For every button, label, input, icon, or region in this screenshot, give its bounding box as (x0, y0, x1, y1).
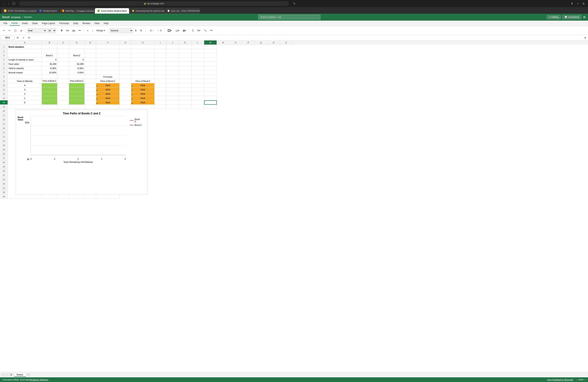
cell-b14[interactable] (42, 100, 57, 105)
cell-c3[interactable] (57, 53, 69, 58)
col-header-s[interactable]: S (280, 41, 293, 45)
cell-b15[interactable] (42, 105, 57, 109)
cell-d3[interactable]: Bond Z (69, 53, 84, 58)
cell-m8[interactable] (204, 75, 217, 79)
ribbon-tab-view[interactable]: View (93, 21, 102, 25)
cell-g2[interactable] (120, 49, 131, 53)
col-header-b[interactable]: B (42, 41, 57, 45)
cell-e5[interactable] (84, 62, 96, 66)
col-header-n[interactable]: N (217, 41, 230, 45)
font-color-button[interactable]: A▾ (71, 28, 76, 33)
cell-h3[interactable] (131, 53, 155, 58)
cell-j2[interactable] (166, 49, 179, 53)
cell-g5[interactable] (120, 62, 131, 66)
col-header-k[interactable]: K (179, 41, 191, 45)
cell-f9[interactable]: Price of Bond C (96, 79, 120, 83)
cell-h12[interactable]: #N/A ▶ (131, 92, 155, 96)
cell-d13[interactable] (69, 96, 84, 100)
cell-c5[interactable] (57, 62, 69, 66)
cell-a11[interactable]: 3 (8, 87, 42, 92)
new-tab-button[interactable]: + (576, 1, 580, 6)
cell-e12[interactable] (84, 92, 96, 96)
cell-b13[interactable] (42, 96, 57, 100)
cell-a13[interactable]: 1 (8, 96, 42, 100)
cell-c14[interactable] (57, 100, 69, 105)
cell-h8[interactable] (131, 75, 155, 79)
find-button[interactable]: 🔍 (202, 28, 208, 33)
increase-decimal-button[interactable]: .0→ (148, 28, 155, 33)
cell-c13[interactable] (57, 96, 69, 100)
search-input[interactable] (258, 15, 320, 20)
comments-button[interactable]: 💬 Comments (562, 15, 581, 19)
col-header-o[interactable]: O (230, 41, 242, 45)
align-button[interactable]: ≡ (85, 28, 90, 33)
col-header-l[interactable]: L (191, 41, 204, 45)
cell-g9[interactable] (120, 79, 131, 83)
cell-a36[interactable] (8, 194, 42, 199)
more2-button[interactable]: ••• (209, 28, 214, 33)
cell-l7[interactable] (191, 70, 204, 75)
col-header-g[interactable]: G (120, 41, 131, 45)
col-header-a[interactable]: A (8, 41, 42, 45)
cell-i9[interactable] (155, 79, 166, 83)
cell-c15[interactable] (57, 105, 69, 109)
cell-i7[interactable] (155, 70, 166, 75)
cell-l12[interactable] (191, 92, 204, 96)
add-sheet-button[interactable]: + (27, 373, 30, 376)
cell-i11[interactable] (155, 87, 166, 92)
cell-d36[interactable] (69, 194, 84, 199)
address-bar[interactable]: 🔒 ng.cengage.com (19, 1, 289, 6)
cell-i14[interactable] (155, 100, 166, 105)
cell-e15[interactable] (84, 105, 96, 109)
cell-a4[interactable]: Length of maturity in years (8, 58, 42, 62)
cell-i13[interactable] (155, 96, 166, 100)
cell-e36[interactable] (84, 194, 96, 199)
tab-excel[interactable]: 🟢 Excel Online Student Work (95, 8, 129, 14)
cell-c12[interactable] (57, 92, 69, 96)
cell-k10[interactable] (179, 83, 191, 87)
cell-h11[interactable]: #N/A ▶ (131, 87, 155, 92)
cell-a5[interactable]: Face value (8, 62, 42, 66)
bold-button[interactable]: B (60, 28, 64, 33)
cell-d6[interactable]: 8.30% (69, 66, 84, 70)
cell-h15[interactable] (131, 105, 155, 109)
cell-c10[interactable] (57, 83, 69, 87)
cell-f12[interactable]: #N/A ▶ (96, 92, 120, 96)
cell-reference-box[interactable] (1, 36, 14, 40)
cell-f15[interactable] (96, 105, 120, 109)
cell-f11[interactable]: #N/A ▶ (96, 87, 120, 92)
col-header-e[interactable]: E (84, 41, 96, 45)
col-header-q[interactable]: Q (255, 41, 267, 45)
cell-m5[interactable] (204, 62, 217, 66)
cell-e6[interactable] (84, 66, 96, 70)
cell-f5[interactable] (96, 62, 120, 66)
cell-h4[interactable] (131, 58, 155, 62)
wrap-button[interactable]: ↕ (90, 28, 94, 33)
cell-h6[interactable] (131, 66, 155, 70)
cell-i4[interactable] (155, 58, 166, 62)
cell-e8[interactable] (84, 75, 96, 79)
cell-l10[interactable] (191, 83, 204, 87)
cell-g8[interactable] (120, 75, 131, 79)
cell-l3[interactable] (191, 53, 204, 58)
col-header-d[interactable]: D (69, 41, 84, 45)
cell-e9[interactable] (84, 79, 96, 83)
cell-h5[interactable] (131, 62, 155, 66)
formula-expand-button[interactable]: ▾ (583, 35, 587, 40)
cell-d12[interactable] (69, 92, 84, 96)
col-header-j[interactable]: J (166, 41, 179, 45)
more-button[interactable]: ••• (77, 28, 83, 33)
undo-button[interactable]: ↩ (1, 28, 6, 33)
cell-b1[interactable] (42, 45, 57, 49)
tab-suny[interactable]: 🟨 SUNY Old Westbury | Long Island,... (1, 8, 37, 14)
cell-d14[interactable] (69, 100, 84, 105)
cell-f10[interactable]: #N/A ▶ (96, 83, 120, 87)
sum-button[interactable]: Σ (191, 28, 195, 33)
cell-a15[interactable] (8, 105, 42, 109)
forward-button[interactable]: › (7, 1, 10, 6)
cell-b36[interactable] (42, 194, 57, 199)
cell-k3[interactable] (179, 53, 191, 58)
cell-e10[interactable] (84, 83, 96, 87)
number-format-select[interactable]: General (110, 28, 133, 33)
format-painter-button[interactable]: 🖌 (19, 28, 24, 33)
